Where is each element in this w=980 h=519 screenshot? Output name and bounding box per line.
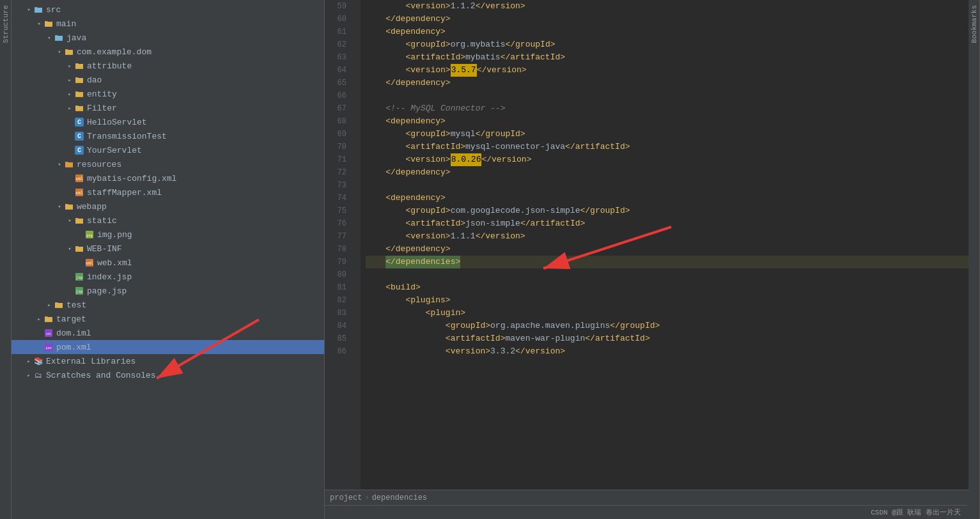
line-number-83: 83 — [325, 307, 346, 320]
file-icon-xml: xml — [84, 258, 95, 268]
tree-item-java[interactable]: java — [12, 31, 324, 45]
tree-label-pom-xml: pom.xml — [56, 343, 91, 352]
svg-text:xml: xml — [75, 176, 84, 182]
tree-arrow-main — [35, 19, 43, 28]
code-line-75: <groupId>com.googlecode.json-simple</gro… — [366, 205, 968, 217]
tree-item-page-jsp[interactable]: jsppage.jsp — [12, 284, 324, 298]
line-number-63: 63 — [325, 51, 346, 64]
tree-item-webapp[interactable]: webapp — [12, 199, 324, 213]
tree-arrow-entity — [65, 89, 74, 98]
svg-text:jsp: jsp — [76, 289, 83, 294]
tree-label-index-jsp: index.jsp — [87, 272, 132, 282]
file-icon-folder-yellow — [43, 314, 54, 324]
tree-label-filter: Filter — [87, 104, 117, 113]
svg-text:xml: xml — [75, 190, 84, 196]
code-line-62: <groupId>org.mybatis</groupId> — [366, 38, 968, 51]
file-icon-xml: xml — [74, 173, 84, 183]
line-number-62: 62 — [325, 38, 346, 51]
bookmarks-label[interactable]: Bookmarks — [969, 0, 979, 48]
tree-item-external-libraries[interactable]: 📚External Libraries — [12, 354, 324, 368]
tree-label-helloservlet: HelloServlet — [87, 118, 147, 127]
code-line-71: <version>8.0.26</version> — [366, 153, 968, 166]
file-icon-png: png — [84, 229, 95, 240]
tree-item-com-example-dom[interactable]: com.example.dom — [12, 45, 324, 59]
tree-arrow-filter — [65, 104, 74, 112]
tree-item-staffmapper-xml[interactable]: xmlstaffMapper.xml — [12, 185, 324, 199]
line-number-74: 74 — [325, 192, 346, 205]
tree-item-scratches-and-consoles[interactable]: 🗂Scratches and Consoles — [12, 368, 324, 382]
tree-item-web-xml[interactable]: xmlweb.xml — [12, 256, 324, 270]
tree-label-dom-iml: dom.iml — [56, 329, 91, 338]
tree-item-transmissiontest[interactable]: CTransmissionTest — [12, 129, 324, 143]
structure-label[interactable]: Structure — [1, 0, 11, 48]
code-line-74: <dependency> — [366, 192, 968, 205]
line-number-73: 73 — [325, 179, 346, 192]
tree-label-src: src — [46, 5, 61, 15]
svg-text:pom: pom — [45, 346, 51, 350]
code-line-85: <artifactId>maven-war-plugin</artifactId… — [366, 332, 968, 345]
code-lines[interactable]: <version>1.1.2</version> </dependency> <… — [361, 0, 968, 490]
tree-arrow-webapp — [55, 202, 64, 211]
file-icon-xml: xml — [74, 187, 84, 198]
code-line-70: <artifactId>mysql-connector-java</artifa… — [366, 141, 968, 153]
tree-item-img-png[interactable]: pngimg.png — [12, 228, 324, 242]
tree-label-entity: entity — [87, 89, 117, 99]
tree-item-yourservlet[interactable]: CYourServlet — [12, 143, 324, 157]
code-line-59: <version>1.1.2</version> — [366, 0, 968, 13]
tree-arrow-target — [35, 314, 43, 323]
line-number-75: 75 — [325, 205, 346, 217]
file-icon-java-class: C — [74, 117, 84, 127]
tree-label-transmissiontest: TransmissionTest — [87, 132, 167, 141]
line-number-65: 65 — [325, 77, 346, 89]
file-icon-java-class: C — [74, 145, 84, 155]
tree-item-target[interactable]: target — [12, 312, 324, 326]
tree-item-helloservlet[interactable]: CHelloServlet — [12, 115, 324, 129]
tree-item-test[interactable]: test — [12, 298, 324, 312]
tree-item-pom-xml[interactable]: pompom.xml — [12, 340, 324, 354]
line-number-60: 60 — [325, 13, 346, 26]
gutter — [352, 0, 361, 490]
tree-arrow-resources — [55, 160, 64, 169]
tree-label-com-example-dom: com.example.dom — [77, 47, 152, 57]
file-tree-content[interactable]: srcmainjavacom.example.domattributedaoen… — [12, 0, 324, 519]
line-number-61: 61 — [325, 26, 346, 38]
tree-item-attribute[interactable]: attribute — [12, 59, 324, 73]
tree-item-filter[interactable]: Filter — [12, 101, 324, 115]
tree-item-main[interactable]: main — [12, 17, 324, 31]
tree-label-static: static — [87, 216, 117, 226]
tree-label-scratches-and-consoles: Scratches and Consoles — [46, 371, 156, 380]
tree-item-web-inf[interactable]: WEB-INF — [12, 242, 324, 256]
tree-item-static[interactable]: static — [12, 213, 324, 228]
tree-arrow-web-inf — [65, 244, 74, 253]
line-number-80: 80 — [325, 268, 346, 281]
svg-text:jsp: jsp — [76, 275, 83, 280]
tree-item-resources[interactable]: resources — [12, 157, 324, 171]
file-icon-scratches: 🗂 — [33, 370, 43, 380]
tree-label-mybatis-config-xml: mybatis-config.xml — [87, 174, 176, 183]
code-line-82: <plugins> — [366, 294, 968, 307]
code-line-61: <dependency> — [366, 26, 968, 38]
line-number-68: 68 — [325, 115, 346, 128]
code-line-81: <build> — [366, 281, 968, 294]
line-number-72: 72 — [325, 166, 346, 179]
tree-item-index-jsp[interactable]: jspindex.jsp — [12, 270, 324, 284]
file-icon-folder-yellow — [43, 19, 54, 29]
line-number-69: 69 — [325, 128, 346, 141]
tree-arrow-java — [45, 33, 54, 42]
tree-label-test: test — [66, 300, 86, 310]
tree-item-src[interactable]: src — [12, 3, 324, 17]
tree-item-dao[interactable]: dao — [12, 73, 324, 87]
tree-label-yourservlet: YourServlet — [87, 146, 142, 155]
status-bar: CSDN @跟 耿瑞 卷出一片天 — [325, 505, 968, 519]
code-line-86: <version>3.3.2</version> — [366, 345, 968, 358]
tree-label-external-libraries: External Libraries — [46, 357, 136, 366]
tree-item-entity[interactable]: entity — [12, 87, 324, 101]
tree-arrow-static — [65, 216, 74, 225]
line-number-64: 64 — [325, 64, 346, 77]
tree-item-dom-iml[interactable]: imldom.iml — [12, 326, 324, 340]
tree-label-img-png: img.png — [97, 230, 132, 240]
tree-item-mybatis-config-xml[interactable]: xmlmybatis-config.xml — [12, 171, 324, 185]
line-number-86: 86 — [325, 345, 346, 358]
code-line-77: <version>1.1.1</version> — [366, 230, 968, 243]
tree-label-resources: resources — [77, 160, 121, 169]
